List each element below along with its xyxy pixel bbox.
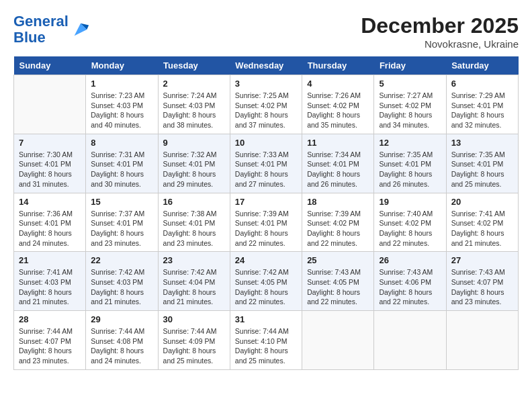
day-info: Sunrise: 7:26 AMSunset: 4:02 PMDaylight:… bbox=[307, 91, 369, 130]
calendar-cell: 21Sunrise: 7:41 AMSunset: 4:03 PMDayligh… bbox=[14, 252, 86, 311]
calendar-cell: 7Sunrise: 7:30 AMSunset: 4:01 PMDaylight… bbox=[14, 134, 86, 193]
day-number: 7 bbox=[19, 138, 81, 148]
calendar-cell: 31Sunrise: 7:44 AMSunset: 4:10 PMDayligh… bbox=[230, 311, 302, 370]
day-number: 15 bbox=[91, 197, 152, 207]
logo-icon bbox=[71, 20, 90, 39]
calendar-table: SundayMondayTuesdayWednesdayThursdayFrid… bbox=[13, 56, 519, 370]
weekday-header: Thursday bbox=[302, 56, 374, 75]
calendar-cell: 6Sunrise: 7:29 AMSunset: 4:01 PMDaylight… bbox=[446, 75, 518, 134]
day-number: 6 bbox=[451, 79, 513, 89]
calendar-cell: 15Sunrise: 7:37 AMSunset: 4:01 PMDayligh… bbox=[86, 193, 158, 252]
day-number: 3 bbox=[235, 79, 297, 89]
calendar-header: SundayMondayTuesdayWednesdayThursdayFrid… bbox=[14, 56, 519, 75]
day-info: Sunrise: 7:40 AMSunset: 4:02 PMDaylight:… bbox=[379, 209, 441, 248]
calendar-week-row: 21Sunrise: 7:41 AMSunset: 4:03 PMDayligh… bbox=[14, 252, 519, 311]
day-number: 2 bbox=[163, 79, 225, 89]
calendar-week-row: 1Sunrise: 7:23 AMSunset: 4:03 PMDaylight… bbox=[14, 75, 519, 134]
calendar-cell bbox=[446, 311, 518, 370]
calendar-cell bbox=[14, 75, 86, 134]
weekday-header: Sunday bbox=[14, 56, 86, 75]
day-info: Sunrise: 7:44 AMSunset: 4:09 PMDaylight:… bbox=[163, 326, 225, 366]
location: Novokrasne, Ukraine bbox=[361, 38, 519, 50]
calendar-cell: 1Sunrise: 7:23 AMSunset: 4:03 PMDaylight… bbox=[86, 75, 158, 134]
day-info: Sunrise: 7:31 AMSunset: 4:01 PMDaylight:… bbox=[91, 150, 152, 189]
calendar-week-row: 28Sunrise: 7:44 AMSunset: 4:07 PMDayligh… bbox=[14, 311, 519, 370]
calendar-body: 1Sunrise: 7:23 AMSunset: 4:03 PMDaylight… bbox=[14, 75, 519, 370]
calendar-cell: 30Sunrise: 7:44 AMSunset: 4:09 PMDayligh… bbox=[158, 311, 230, 370]
day-number: 17 bbox=[235, 197, 297, 207]
day-number: 27 bbox=[451, 255, 513, 265]
day-info: Sunrise: 7:43 AMSunset: 4:06 PMDaylight:… bbox=[379, 267, 441, 307]
day-info: Sunrise: 7:38 AMSunset: 4:01 PMDaylight:… bbox=[163, 209, 225, 248]
calendar-cell: 11Sunrise: 7:34 AMSunset: 4:01 PMDayligh… bbox=[302, 134, 374, 193]
day-number: 24 bbox=[235, 255, 297, 265]
calendar-cell: 13Sunrise: 7:35 AMSunset: 4:01 PMDayligh… bbox=[446, 134, 518, 193]
calendar-week-row: 14Sunrise: 7:36 AMSunset: 4:01 PMDayligh… bbox=[14, 193, 519, 252]
calendar-cell: 9Sunrise: 7:32 AMSunset: 4:01 PMDaylight… bbox=[158, 134, 230, 193]
day-info: Sunrise: 7:25 AMSunset: 4:02 PMDaylight:… bbox=[235, 91, 297, 130]
calendar-cell bbox=[302, 311, 374, 370]
calendar-cell: 12Sunrise: 7:35 AMSunset: 4:01 PMDayligh… bbox=[374, 134, 446, 193]
day-number: 26 bbox=[379, 255, 441, 265]
day-info: Sunrise: 7:43 AMSunset: 4:05 PMDaylight:… bbox=[307, 267, 369, 307]
day-info: Sunrise: 7:44 AMSunset: 4:08 PMDaylight:… bbox=[91, 326, 152, 366]
day-number: 11 bbox=[307, 138, 369, 148]
day-number: 21 bbox=[19, 255, 81, 265]
calendar-cell: 27Sunrise: 7:43 AMSunset: 4:07 PMDayligh… bbox=[446, 252, 518, 311]
day-info: Sunrise: 7:24 AMSunset: 4:03 PMDaylight:… bbox=[163, 91, 225, 130]
day-number: 13 bbox=[451, 138, 513, 148]
day-info: Sunrise: 7:41 AMSunset: 4:03 PMDaylight:… bbox=[19, 267, 81, 307]
calendar-cell: 23Sunrise: 7:42 AMSunset: 4:04 PMDayligh… bbox=[158, 252, 230, 311]
day-number: 20 bbox=[451, 197, 513, 207]
weekday-row: SundayMondayTuesdayWednesdayThursdayFrid… bbox=[14, 56, 519, 75]
day-number: 14 bbox=[19, 197, 81, 207]
day-number: 31 bbox=[235, 314, 297, 324]
logo: General Blue bbox=[13, 13, 90, 46]
day-number: 4 bbox=[307, 79, 369, 89]
weekday-header: Friday bbox=[374, 56, 446, 75]
calendar-cell: 28Sunrise: 7:44 AMSunset: 4:07 PMDayligh… bbox=[14, 311, 86, 370]
day-number: 25 bbox=[307, 255, 369, 265]
calendar-cell: 14Sunrise: 7:36 AMSunset: 4:01 PMDayligh… bbox=[14, 193, 86, 252]
weekday-header: Tuesday bbox=[158, 56, 230, 75]
calendar-cell: 19Sunrise: 7:40 AMSunset: 4:02 PMDayligh… bbox=[374, 193, 446, 252]
day-number: 22 bbox=[91, 255, 152, 265]
day-number: 19 bbox=[379, 197, 441, 207]
day-number: 18 bbox=[307, 197, 369, 207]
calendar-cell: 22Sunrise: 7:42 AMSunset: 4:03 PMDayligh… bbox=[86, 252, 158, 311]
month-title: December 2025 bbox=[361, 13, 519, 38]
logo-text: General Blue bbox=[13, 13, 69, 46]
day-info: Sunrise: 7:39 AMSunset: 4:01 PMDaylight:… bbox=[235, 209, 297, 248]
calendar-cell: 18Sunrise: 7:39 AMSunset: 4:02 PMDayligh… bbox=[302, 193, 374, 252]
day-info: Sunrise: 7:39 AMSunset: 4:02 PMDaylight:… bbox=[307, 209, 369, 248]
day-info: Sunrise: 7:41 AMSunset: 4:02 PMDaylight:… bbox=[451, 209, 513, 248]
day-number: 28 bbox=[19, 314, 81, 324]
day-number: 30 bbox=[163, 314, 225, 324]
day-info: Sunrise: 7:23 AMSunset: 4:03 PMDaylight:… bbox=[91, 91, 152, 130]
day-info: Sunrise: 7:37 AMSunset: 4:01 PMDaylight:… bbox=[91, 209, 152, 248]
day-info: Sunrise: 7:32 AMSunset: 4:01 PMDaylight:… bbox=[163, 150, 225, 189]
logo-general: General bbox=[13, 13, 69, 30]
weekday-header: Wednesday bbox=[230, 56, 302, 75]
day-info: Sunrise: 7:42 AMSunset: 4:05 PMDaylight:… bbox=[235, 267, 297, 307]
calendar-cell: 26Sunrise: 7:43 AMSunset: 4:06 PMDayligh… bbox=[374, 252, 446, 311]
weekday-header: Saturday bbox=[446, 56, 518, 75]
day-info: Sunrise: 7:42 AMSunset: 4:03 PMDaylight:… bbox=[91, 267, 152, 307]
day-info: Sunrise: 7:27 AMSunset: 4:02 PMDaylight:… bbox=[379, 91, 441, 130]
calendar-cell: 25Sunrise: 7:43 AMSunset: 4:05 PMDayligh… bbox=[302, 252, 374, 311]
day-info: Sunrise: 7:43 AMSunset: 4:07 PMDaylight:… bbox=[451, 267, 513, 307]
calendar-cell bbox=[374, 311, 446, 370]
title-block: December 2025 Novokrasne, Ukraine bbox=[361, 13, 519, 50]
day-info: Sunrise: 7:42 AMSunset: 4:04 PMDaylight:… bbox=[163, 267, 225, 307]
calendar-cell: 17Sunrise: 7:39 AMSunset: 4:01 PMDayligh… bbox=[230, 193, 302, 252]
day-number: 23 bbox=[163, 255, 225, 265]
day-number: 29 bbox=[91, 314, 152, 324]
calendar-cell: 24Sunrise: 7:42 AMSunset: 4:05 PMDayligh… bbox=[230, 252, 302, 311]
day-info: Sunrise: 7:44 AMSunset: 4:07 PMDaylight:… bbox=[19, 326, 81, 366]
calendar-cell: 20Sunrise: 7:41 AMSunset: 4:02 PMDayligh… bbox=[446, 193, 518, 252]
day-info: Sunrise: 7:34 AMSunset: 4:01 PMDaylight:… bbox=[307, 150, 369, 189]
day-info: Sunrise: 7:30 AMSunset: 4:01 PMDaylight:… bbox=[19, 150, 81, 189]
calendar-week-row: 7Sunrise: 7:30 AMSunset: 4:01 PMDaylight… bbox=[14, 134, 519, 193]
calendar-cell: 5Sunrise: 7:27 AMSunset: 4:02 PMDaylight… bbox=[374, 75, 446, 134]
page-header: General Blue December 2025 Novokrasne, U… bbox=[13, 13, 519, 50]
